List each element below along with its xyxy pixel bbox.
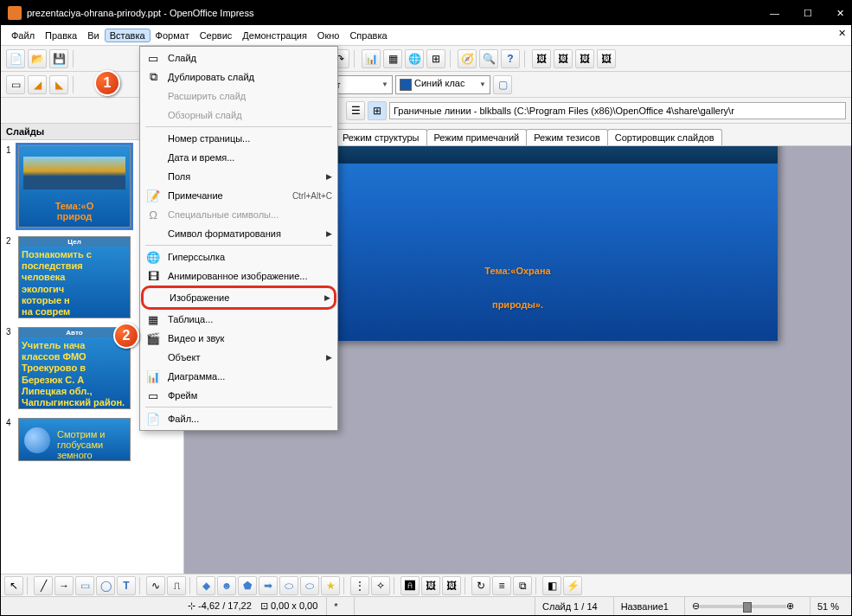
- gallery-view2[interactable]: ⊞: [368, 101, 387, 120]
- mi-file[interactable]: 📄Файл...: [142, 409, 336, 428]
- mi-dup[interactable]: ⧉Дублировать слайд: [142, 67, 336, 87]
- hyperlink-button[interactable]: 🌐: [405, 49, 424, 68]
- mi-fields[interactable]: Поля▶: [142, 167, 336, 186]
- shadow-button[interactable]: ▢: [493, 75, 512, 94]
- text-tool[interactable]: T: [117, 576, 136, 595]
- sb-size: ⊡ 0,00 x 0,00: [260, 600, 318, 612]
- color-select[interactable]: Синий клас▼: [395, 75, 490, 94]
- interact-tool[interactable]: ⚡: [563, 576, 582, 595]
- slide2-button[interactable]: 🖼: [554, 49, 573, 68]
- menu-view[interactable]: Ви: [82, 29, 104, 42]
- shapes3-tool[interactable]: ⬟: [238, 576, 257, 595]
- shapes1-tool[interactable]: ◆: [196, 576, 215, 595]
- menu-help[interactable]: Справка: [344, 29, 392, 42]
- slide1-button[interactable]: 🖼: [532, 49, 551, 68]
- toolbar-formatting: ▭ ◢ ◣ ый▼ 🪣 Цвет▼ Синий клас▼ ▢: [1, 72, 851, 98]
- tbf2[interactable]: ◢: [28, 75, 47, 94]
- tbf3[interactable]: ◣: [49, 75, 68, 94]
- maximize-button[interactable]: ☐: [804, 8, 812, 19]
- glue-tool[interactable]: ✧: [371, 576, 390, 595]
- align-tool[interactable]: ≡: [492, 576, 511, 595]
- app-icon: [8, 6, 22, 20]
- tab-notes[interactable]: Режим примечаний: [426, 129, 528, 145]
- mi-comment[interactable]: 📝ПримечаниеCtrl+Alt+C: [142, 186, 336, 205]
- fontwork-tool[interactable]: 🅰: [400, 576, 420, 595]
- rect-tool[interactable]: ▭: [75, 576, 94, 595]
- slide3-button[interactable]: 🖼: [575, 49, 594, 68]
- thumbnail-4[interactable]: Смотрим и глобусамиземного: [18, 418, 131, 461]
- mi-slide[interactable]: ▭Слайд: [142, 48, 336, 67]
- slide4-button[interactable]: 🖼: [597, 49, 616, 68]
- shapes4-tool[interactable]: ➡: [259, 576, 278, 595]
- zoom-button[interactable]: 🔍: [479, 49, 498, 68]
- drawing-toolbar: ↖ ╱ → ▭ ◯ T ∿ ⎍ ◆ ☻ ⬟ ➡ ⬭ ⬭ ★ ⋮ ✧ 🅰 🖼 🖼 …: [1, 574, 851, 596]
- mi-movie[interactable]: 🎬Видео и звук: [142, 329, 336, 348]
- minimize-button[interactable]: —: [770, 8, 779, 19]
- sb-zoompct[interactable]: 51 %: [810, 597, 846, 615]
- thumbnail-1[interactable]: Тема:«Оприрод: [18, 145, 131, 228]
- mi-image[interactable]: Изображение▶: [144, 288, 334, 307]
- thumbnail-2[interactable]: Цел Познакомить споследствиячеловекаэкол…: [18, 236, 131, 318]
- tab-outline[interactable]: Режим структуры: [335, 129, 427, 145]
- mi-special[interactable]: ΩСпециальные символы...: [142, 205, 336, 224]
- points-tool[interactable]: ⋮: [350, 576, 369, 595]
- insert-menu-popup: ▭Слайд ⧉Дублировать слайд Расширить слай…: [139, 46, 338, 431]
- menu-insert[interactable]: Вставка: [105, 29, 151, 42]
- shapes7-tool[interactable]: ★: [321, 576, 340, 595]
- sb-zoom[interactable]: ⊖ ⊕: [684, 597, 801, 615]
- tab-handout[interactable]: Режим тезисов: [526, 129, 608, 145]
- close-button[interactable]: ✕: [836, 8, 844, 19]
- mi-datetime[interactable]: Дата и время...: [142, 148, 336, 167]
- tbf1[interactable]: ▭: [6, 75, 25, 94]
- mi-hyperlink[interactable]: 🌐Гиперссылка: [142, 247, 336, 266]
- ellipse-tool[interactable]: ◯: [96, 576, 115, 595]
- mi-expand[interactable]: Расширить слайд: [142, 87, 336, 106]
- menu-window[interactable]: Окно: [312, 29, 345, 42]
- table-button[interactable]: ▦: [383, 49, 402, 68]
- extrude-tool[interactable]: ◧: [542, 576, 561, 595]
- sb-modified: *: [326, 597, 344, 615]
- gallery-tool[interactable]: 🖼: [442, 576, 461, 595]
- mi-fmt[interactable]: Символ форматирования▶: [142, 224, 336, 243]
- shapes2-tool[interactable]: ☻: [217, 576, 236, 595]
- connector-tool[interactable]: ⎍: [167, 576, 186, 595]
- toolbar-gallery: ☰ ⊞ Граничные линии - blkballs (C:\Progr…: [1, 98, 851, 124]
- menu-tools[interactable]: Сервис: [195, 29, 238, 42]
- arrow-tool[interactable]: ↖: [4, 576, 23, 595]
- menu-slideshow[interactable]: Демонстрация: [237, 29, 312, 42]
- mi-summary[interactable]: Обзорный слайд: [142, 106, 336, 125]
- mi-table[interactable]: ▦Таблица...: [142, 310, 336, 329]
- doc-close-icon[interactable]: ✕: [838, 28, 846, 39]
- mi-chart[interactable]: 📊Диаграмма...: [142, 367, 336, 386]
- menubar: Файл Правка Ви Вставка Формат Сервис Дем…: [1, 25, 851, 46]
- shapes5-tool[interactable]: ⬭: [279, 576, 298, 595]
- help-button[interactable]: ?: [501, 49, 520, 68]
- line-tool[interactable]: ╱: [34, 576, 53, 595]
- new-button[interactable]: 📄: [6, 49, 25, 68]
- gallery-view1[interactable]: ☰: [346, 101, 365, 120]
- mi-pagenum[interactable]: Номер страницы...: [142, 129, 336, 148]
- tab-sorter[interactable]: Сортировщик слайдов: [607, 129, 722, 145]
- menu-edit[interactable]: Правка: [40, 29, 82, 42]
- sb-layout: Название1: [613, 597, 676, 615]
- sb-coords: ⊹ -4,62 / 17,22: [188, 600, 252, 612]
- menu-file[interactable]: Файл: [6, 29, 40, 42]
- annotation-badge-2: 2: [113, 323, 139, 349]
- menu-format[interactable]: Формат: [151, 29, 195, 42]
- arrowline-tool[interactable]: →: [54, 576, 74, 595]
- mi-frame[interactable]: ▭Фрейм: [142, 386, 336, 405]
- mi-object[interactable]: Объект▶: [142, 348, 336, 367]
- nav-button[interactable]: 🧭: [458, 49, 477, 68]
- rotate-tool[interactable]: ↻: [471, 576, 490, 595]
- sb-slidepos: Слайд 1 / 14: [535, 597, 605, 615]
- chart-button[interactable]: 📊: [362, 49, 381, 68]
- curve-tool[interactable]: ∿: [146, 576, 165, 595]
- grid-button[interactable]: ⊞: [426, 49, 445, 68]
- mi-anim[interactable]: 🎞Анимированное изображение...: [142, 266, 336, 286]
- open-button[interactable]: 📂: [28, 49, 47, 68]
- arrange-tool[interactable]: ⧉: [513, 576, 532, 595]
- fromfile-tool[interactable]: 🖼: [421, 576, 440, 595]
- save-button[interactable]: 💾: [49, 49, 68, 68]
- statusbar: ⊹ -4,62 / 17,22 ⊡ 0,00 x 0,00 * Слайд 1 …: [1, 596, 851, 615]
- shapes6-tool[interactable]: ⬭: [300, 576, 319, 595]
